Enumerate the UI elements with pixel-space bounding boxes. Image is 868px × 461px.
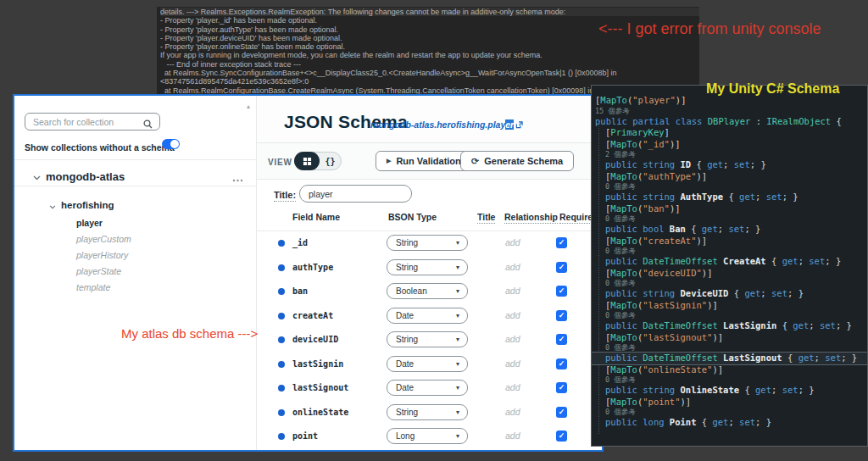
column-title: Title <box>477 212 495 224</box>
ellipsis-icon[interactable] <box>232 170 243 186</box>
code-line: public string AuthType { get; set; } <box>592 192 867 203</box>
required-checkbox[interactable]: ✓ <box>556 262 567 273</box>
codelens-line: 0 個參考 <box>592 214 867 224</box>
annotation-unity-error: <--- I got error from unity console <box>598 20 821 38</box>
bson-type-select[interactable]: Date▾ <box>387 380 468 396</box>
code-line: [MapTo("onlineState")] <box>592 364 867 376</box>
console-line: at Realms.Sync.SyncConfigurationBase+<>c… <box>160 69 699 77</box>
collection-item-playerState[interactable]: playerState <box>76 264 246 280</box>
collection-item-template[interactable]: template <box>76 280 246 296</box>
codelens-line: 0 個參考 <box>592 311 867 320</box>
relationship-add-link[interactable]: add <box>505 237 520 247</box>
console-line: --- End of inner exception stack trace -… <box>160 60 699 69</box>
relationship-add-link[interactable]: add <box>505 262 520 272</box>
scroll-up-icon[interactable]: ▴ <box>247 103 250 110</box>
code-line: [MapTo("createAt")] <box>592 236 867 247</box>
required-checkbox[interactable]: ✓ <box>556 430 567 442</box>
chevron-down-icon <box>49 197 56 213</box>
codelens-line: 0 個參考 <box>592 182 867 192</box>
collection-item-playerHistory[interactable]: playerHistory <box>76 247 246 264</box>
relationship-add-link[interactable]: add <box>505 286 520 296</box>
bson-type-select[interactable]: String▾ <box>387 404 468 420</box>
tree-db-herofishing[interactable]: herofishing <box>49 197 114 213</box>
required-checkbox[interactable]: ✓ <box>556 237 567 248</box>
field-dot-icon <box>278 336 285 343</box>
field-row-ban: banBoolean▾add✓ <box>257 280 602 304</box>
relationship-add-link[interactable]: add <box>505 430 520 441</box>
schema-title-row: Title: <box>257 180 602 214</box>
generate-schema-label: Generate Schema <box>484 156 563 166</box>
required-checkbox[interactable]: ✓ <box>556 407 567 418</box>
sidebar-scrollbar[interactable]: ▴ <box>245 103 252 113</box>
bson-type-select[interactable]: Date▾ <box>387 356 468 372</box>
relationship-add-link[interactable]: add <box>505 382 520 392</box>
field-row-_id: _idString▾add✓ <box>257 231 602 256</box>
select-caret-icon: ▾ <box>456 357 459 371</box>
required-checkbox[interactable]: ✓ <box>556 310 567 321</box>
field-dot-icon <box>278 385 285 392</box>
required-checkbox[interactable]: ✓ <box>556 286 567 297</box>
generate-schema-button[interactable]: ⟳Generate Schema <box>460 151 574 171</box>
bson-type-select[interactable]: String▾ <box>387 235 468 251</box>
collection-list: playerplayerCustomplayerHistoryplayerSta… <box>76 215 246 296</box>
bson-type-select[interactable]: Date▾ <box>387 308 468 324</box>
field-dot-icon <box>278 264 285 271</box>
relationship-add-link[interactable]: add <box>505 310 520 320</box>
code-line: [PrimaryKey] <box>592 127 867 139</box>
json-schema-main: JSON Schema mongodb-atlas.herofishing.pl… <box>257 96 602 450</box>
select-caret-icon: ▾ <box>456 260 459 275</box>
tree-root-mongodb-atlas[interactable]: mongodb-atlas <box>33 169 245 184</box>
run-validation-button[interactable]: ▶Run Validation <box>376 151 472 171</box>
code-line: [MapTo("player")] <box>592 95 867 107</box>
column-headers: Field Name BSON Type Title Relationship … <box>257 212 602 229</box>
title-label: Title: <box>274 190 296 202</box>
console-line: details. ---> Realms.Exceptions.RealmExc… <box>160 8 699 16</box>
field-row-createAt: createAtDate▾add✓ <box>257 304 602 329</box>
field-name: point <box>292 431 318 441</box>
code-line: [MapTo("deviceUID")] <box>592 268 867 280</box>
code-line: [MapTo("ban")] <box>592 203 867 215</box>
title-input[interactable] <box>299 185 412 203</box>
bson-type-select[interactable]: Boolean▾ <box>387 283 468 299</box>
tree-root-label: mongodb-atlas <box>46 170 125 183</box>
column-relationship: Relationship <box>504 212 558 224</box>
divider <box>14 186 256 186</box>
select-caret-icon: ▾ <box>456 380 459 395</box>
code-line: public long Point { get; set; } <box>592 417 867 429</box>
code-line: public DateTimeOffset LastSignin { get; … <box>592 320 867 332</box>
bson-type-select[interactable]: Long▾ <box>387 428 468 444</box>
view-table-option[interactable] <box>294 152 320 170</box>
view-json-option[interactable]: {} <box>320 153 341 169</box>
collection-item-player[interactable]: player <box>76 215 246 231</box>
relationship-add-link[interactable]: add <box>505 334 520 344</box>
search-input[interactable] <box>33 114 142 130</box>
collections-sidebar: Show collections without a schema mongod… <box>14 96 257 450</box>
required-checkbox[interactable]: ✓ <box>556 334 567 345</box>
code-editor[interactable]: [MapTo("player")]15 個參考public partial cl… <box>591 85 868 447</box>
code-line: [MapTo("authType")] <box>592 171 867 183</box>
chevron-down-icon <box>33 169 41 184</box>
run-validation-label: Run Validation <box>396 156 460 166</box>
collection-item-playerCustom[interactable]: playerCustom <box>76 231 246 247</box>
search-icon <box>143 117 153 132</box>
breadcrumb-link[interactable]: mongodb-atlas.herofishing.player <box>370 119 523 130</box>
field-dot-icon <box>278 240 285 247</box>
relationship-add-link[interactable]: add <box>505 407 520 417</box>
code-line: [MapTo("lastSignout")] <box>592 332 867 344</box>
required-checkbox[interactable]: ✓ <box>556 382 567 393</box>
schema-toggle-label: Show collections without a schema <box>25 142 175 153</box>
select-caret-icon: ▾ <box>456 405 459 419</box>
bson-type-select[interactable]: String▾ <box>387 259 468 275</box>
field-name: authType <box>292 263 333 272</box>
bson-type-select[interactable]: String▾ <box>387 331 468 347</box>
play-icon: ▶ <box>387 158 391 164</box>
schema-toggle[interactable] <box>162 139 180 149</box>
required-checkbox[interactable]: ✓ <box>556 358 567 369</box>
refresh-icon: ⟳ <box>471 157 479 166</box>
select-caret-icon: ▾ <box>456 332 459 347</box>
relationship-add-link[interactable]: add <box>505 358 520 369</box>
code-line: [MapTo("lastSignin")] <box>592 300 867 312</box>
code-line: public string ID { get; set; } <box>592 159 867 171</box>
field-name: _id <box>292 238 308 247</box>
column-bson-type: BSON Type <box>388 212 437 222</box>
